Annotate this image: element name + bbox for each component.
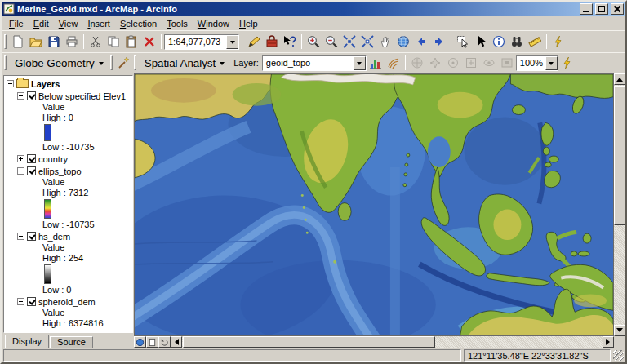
menu-bar: File Edit View Insert Selection Tools Wi… — [2, 16, 625, 30]
collapse-icon[interactable] — [17, 298, 24, 305]
spatial-analyst-dropdown[interactable]: Spatial Analyst — [139, 55, 230, 72]
scale-dropdown-button[interactable] — [226, 35, 238, 49]
navigate-3d-button[interactable] — [408, 54, 426, 72]
title-bar[interactable]: Marine_Geoid.mxd - ArcMap - ArcInfo — [2, 2, 625, 16]
toolbar-grip[interactable] — [134, 55, 136, 70]
arctoolbox-button[interactable] — [263, 33, 281, 51]
select-features-icon — [456, 35, 469, 48]
menu-file[interactable]: File — [4, 18, 29, 29]
toc-layer-ellips-topo[interactable]: ellips_topo — [7, 165, 132, 177]
collapse-icon[interactable] — [17, 167, 24, 175]
observer-point-button[interactable] — [480, 54, 498, 72]
globe-geometry-dropdown[interactable]: Globe Geometry — [9, 55, 109, 72]
zoom-target-button[interactable] — [462, 54, 480, 72]
legend-low-label: Low : -10735 — [42, 142, 132, 153]
layout-view-button[interactable] — [146, 336, 158, 348]
menu-edit[interactable]: Edit — [29, 18, 54, 29]
toolbar-grip[interactable] — [110, 55, 113, 70]
minimize-button[interactable] — [580, 3, 593, 15]
copy-button[interactable] — [104, 33, 122, 51]
pan-button[interactable] — [376, 33, 394, 51]
toc-layer-spheroid-dem[interactable]: spheroid_dem — [7, 295, 132, 308]
map-scale-combo[interactable]: 1:64,977,073 — [164, 34, 239, 50]
toc-layer-hs-dem[interactable]: hs_dem — [7, 230, 132, 242]
chevron-down-icon — [357, 62, 362, 68]
fixed-zoom-out-button[interactable] — [358, 33, 376, 51]
layer-visibility-checkbox[interactable] — [27, 232, 36, 241]
collapse-icon[interactable] — [17, 92, 24, 100]
toolbar-grip[interactable] — [4, 34, 7, 49]
identify-button[interactable] — [490, 33, 508, 51]
horizontal-scroll-track[interactable] — [182, 336, 603, 348]
scroll-up-button[interactable] — [614, 73, 625, 85]
wand-tool-button[interactable] — [115, 54, 133, 72]
full-extent-button[interactable] — [394, 33, 412, 51]
zoom-out-button[interactable] — [322, 33, 340, 51]
vertical-scrollbar[interactable] — [614, 73, 625, 336]
chevron-down-icon — [99, 62, 104, 68]
refresh-view-button[interactable] — [158, 336, 171, 348]
select-elements-button[interactable] — [472, 33, 490, 51]
layer-name: ellips_topo — [38, 166, 82, 176]
measure-button[interactable] — [526, 33, 544, 51]
expand-icon[interactable] — [17, 155, 24, 162]
layer-combo[interactable]: geoid_topo — [262, 55, 367, 71]
go-forward-extent-button[interactable] — [430, 33, 448, 51]
open-document-button[interactable] — [27, 33, 45, 51]
map-scale-value: 1:64,977,073 — [165, 35, 224, 49]
find-button[interactable] — [508, 33, 526, 51]
zoom-percent-combo[interactable]: 100% — [516, 55, 558, 71]
layer-visibility-checkbox[interactable] — [27, 154, 36, 163]
toolbar-grip[interactable] — [4, 55, 7, 70]
tab-source[interactable]: Source — [50, 336, 93, 348]
vertical-scroll-track[interactable] — [614, 85, 625, 325]
scroll-right-button[interactable] — [603, 336, 614, 348]
print-button[interactable] — [63, 33, 81, 51]
delete-button[interactable] — [140, 33, 158, 51]
tab-display[interactable]: Display — [5, 335, 49, 348]
scroll-left-button[interactable] — [171, 336, 182, 348]
zoom-dropdown-button[interactable] — [545, 56, 558, 70]
toc-layer-country[interactable]: country — [7, 153, 132, 165]
map-canvas[interactable] — [134, 73, 614, 336]
save-button[interactable] — [45, 33, 63, 51]
vertical-scroll-thumb[interactable] — [614, 86, 625, 225]
toc-tree[interactable]: Layers Below specified Elev1 Value High … — [3, 75, 133, 333]
layer-dropdown-button[interactable] — [354, 56, 366, 70]
menu-window[interactable]: Window — [193, 18, 234, 29]
close-button[interactable] — [611, 3, 624, 15]
menu-tools[interactable]: Tools — [162, 18, 193, 29]
scroll-down-button[interactable] — [614, 325, 625, 336]
hyperlink-button[interactable] — [549, 33, 567, 51]
menu-selection[interactable]: Selection — [115, 18, 162, 29]
full-extent-3d-button[interactable] — [498, 54, 516, 72]
lightning-tool-button[interactable] — [558, 54, 576, 72]
layer-visibility-checkbox[interactable] — [27, 91, 36, 100]
collapse-icon[interactable] — [7, 80, 14, 87]
horizontal-scroll-thumb[interactable] — [183, 336, 435, 348]
fixed-zoom-in-button[interactable] — [340, 33, 358, 51]
collapse-icon[interactable] — [17, 233, 24, 240]
layer-visibility-checkbox[interactable] — [27, 297, 36, 306]
whats-this-help-button[interactable] — [281, 33, 299, 51]
layer-visibility-checkbox[interactable] — [27, 166, 36, 175]
toc-layer-below-specified[interactable]: Below specified Elev1 — [7, 90, 132, 102]
center-target-button[interactable] — [444, 54, 462, 72]
paste-button[interactable] — [122, 33, 140, 51]
select-features-button[interactable] — [454, 33, 472, 51]
editor-toolbar-button[interactable] — [245, 33, 263, 51]
zoom-in-button[interactable] — [305, 33, 322, 51]
cut-button[interactable] — [87, 33, 104, 51]
menu-insert[interactable]: Insert — [82, 18, 115, 29]
new-document-button[interactable] — [9, 33, 27, 51]
menu-help[interactable]: Help — [234, 18, 263, 29]
menu-view[interactable]: View — [54, 18, 83, 29]
maximize-button[interactable] — [595, 3, 608, 15]
resize-grip[interactable] — [613, 350, 624, 361]
go-back-extent-button[interactable] — [412, 33, 430, 51]
data-view-button[interactable] — [134, 336, 146, 348]
fly-3d-button[interactable] — [426, 54, 444, 72]
toc-root-layers[interactable]: Layers — [7, 78, 132, 90]
histogram-button[interactable] — [367, 54, 385, 72]
create-contour-button[interactable] — [385, 54, 402, 72]
